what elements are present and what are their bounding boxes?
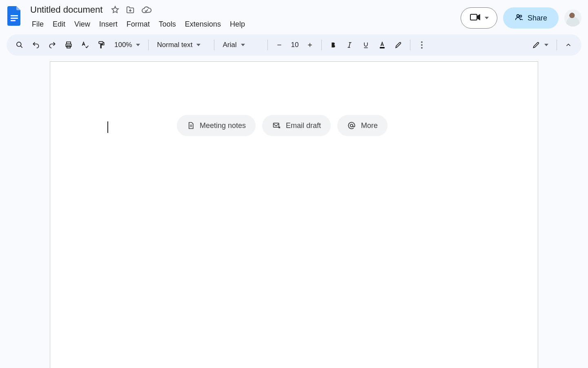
paragraph-style-select[interactable]: Normal text	[153, 38, 210, 52]
title-area: Untitled document	[28, 3, 456, 31]
increase-font-button[interactable]	[303, 38, 317, 52]
chevron-down-icon	[196, 44, 200, 46]
undo-button[interactable]	[29, 38, 43, 52]
highlight-color-button[interactable]	[391, 38, 406, 52]
text-color-button[interactable]	[375, 38, 390, 52]
chip-meeting-notes[interactable]: Meeting notes	[177, 115, 256, 136]
star-icon[interactable]	[111, 5, 120, 14]
menu-format[interactable]: Format	[122, 18, 154, 31]
menu-edit[interactable]: Edit	[49, 18, 69, 31]
separator	[148, 40, 149, 50]
separator	[557, 40, 557, 50]
suggestion-chips: Meeting notes Email draft More	[177, 115, 388, 136]
menu-help[interactable]: Help	[226, 18, 249, 31]
document-icon	[187, 121, 195, 130]
more-tools-button[interactable]	[414, 38, 429, 52]
underline-button[interactable]	[359, 38, 373, 52]
meet-button[interactable]	[461, 7, 497, 29]
chip-email-draft[interactable]: Email draft	[262, 115, 331, 136]
separator	[321, 40, 322, 50]
decrease-font-button[interactable]	[272, 38, 287, 52]
chevron-down-icon	[136, 44, 140, 46]
zoom-select[interactable]: 100%	[110, 38, 144, 52]
print-button[interactable]	[61, 38, 76, 52]
style-value: Normal text	[157, 41, 192, 49]
menu-view[interactable]: View	[70, 18, 94, 31]
docs-logo[interactable]	[7, 5, 23, 27]
editing-mode-button[interactable]	[528, 38, 552, 52]
chevron-down-icon	[485, 17, 489, 19]
cloud-status-icon[interactable]	[141, 5, 151, 14]
email-icon	[272, 121, 281, 130]
font-select[interactable]: Arial	[218, 38, 263, 52]
italic-button[interactable]	[342, 38, 357, 52]
font-size-input[interactable]: 10	[288, 38, 301, 52]
share-label: Share	[528, 14, 547, 22]
text-cursor	[107, 121, 108, 133]
people-icon	[514, 13, 523, 23]
share-button[interactable]: Share	[503, 7, 559, 29]
svg-point-6	[17, 42, 21, 47]
zoom-value: 100%	[114, 41, 132, 49]
svg-rect-2	[11, 20, 16, 21]
chevron-down-icon	[544, 44, 548, 46]
chevron-down-icon	[241, 44, 245, 46]
move-icon[interactable]	[125, 5, 135, 14]
account-avatar[interactable]	[564, 9, 581, 27]
svg-rect-15	[274, 123, 279, 127]
svg-rect-11	[380, 47, 385, 48]
separator	[214, 40, 214, 50]
spellcheck-button[interactable]	[78, 38, 92, 52]
chip-more[interactable]: More	[337, 115, 388, 136]
search-menus-button[interactable]	[12, 38, 27, 52]
menu-extensions[interactable]: Extensions	[181, 18, 225, 31]
chip-label: Meeting notes	[200, 121, 246, 130]
svg-point-12	[421, 41, 423, 43]
svg-rect-10	[99, 42, 103, 44]
document-title-input[interactable]: Untitled document	[28, 4, 105, 16]
menu-bar: File Edit View Insert Format Tools Exten…	[28, 17, 456, 31]
header-right: Share	[461, 7, 581, 29]
menu-file[interactable]: File	[28, 18, 48, 31]
svg-point-16	[350, 124, 353, 127]
menu-tools[interactable]: Tools	[155, 18, 180, 31]
separator	[267, 40, 268, 50]
svg-rect-0	[11, 15, 18, 16]
separator	[410, 40, 410, 50]
svg-point-14	[421, 47, 423, 49]
svg-point-4	[517, 14, 519, 17]
menu-insert[interactable]: Insert	[95, 18, 122, 31]
header: Untitled document	[0, 0, 588, 31]
bold-button[interactable]	[326, 38, 341, 52]
canvas-area: Meeting notes Email draft More	[0, 61, 588, 368]
svg-rect-3	[470, 14, 477, 20]
svg-point-5	[520, 15, 522, 17]
chip-label: More	[361, 121, 378, 130]
svg-rect-1	[11, 18, 18, 19]
video-icon	[470, 13, 481, 23]
toolbar: 100% Normal text Arial 10	[7, 34, 581, 56]
at-icon	[347, 121, 356, 130]
svg-point-13	[421, 44, 423, 46]
paint-format-button[interactable]	[94, 38, 109, 52]
font-value: Arial	[223, 41, 236, 49]
chip-label: Email draft	[286, 121, 321, 130]
collapse-toolbar-button[interactable]	[561, 38, 576, 52]
document-page[interactable]: Meeting notes Email draft More	[50, 61, 538, 368]
redo-button[interactable]	[45, 38, 60, 52]
